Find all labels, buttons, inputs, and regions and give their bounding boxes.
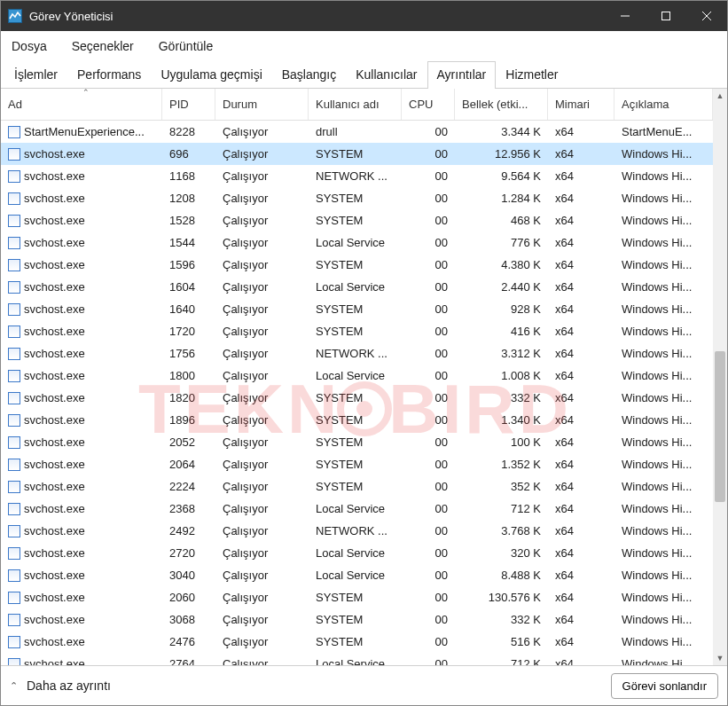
scroll-thumb[interactable]	[715, 351, 725, 502]
process-name: svchost.exe	[24, 280, 85, 294]
process-icon	[8, 658, 20, 666]
cell-arch: x64	[548, 569, 614, 582]
table-row[interactable]: svchost.exe2720ÇalışıyorLocal Service003…	[1, 542, 713, 564]
table-row[interactable]: svchost.exe1208ÇalışıyorSYSTEM001.284 Kx…	[1, 187, 713, 209]
table-row[interactable]: svchost.exe1720ÇalışıyorSYSTEM00416 Kx64…	[1, 320, 713, 342]
cell-mem: 4.380 K	[455, 258, 548, 271]
table-row[interactable]: StartMenuExperience...8228Çalışıyordrull…	[1, 121, 713, 143]
table-row[interactable]: svchost.exe2764ÇalışıyorLocal Service007…	[1, 653, 713, 665]
titlebar: Görev Yöneticisi	[1, 1, 727, 31]
cell-arch: x64	[548, 325, 614, 338]
minimize-button[interactable]	[605, 1, 646, 31]
table-row[interactable]: svchost.exe1820ÇalışıyorSYSTEM00332 Kx64…	[1, 387, 713, 409]
cell-pid: 1528	[162, 214, 215, 227]
cell-name: svchost.exe	[1, 435, 162, 449]
cell-pid: 2060	[162, 591, 215, 604]
process-icon	[8, 237, 20, 249]
tab-başlangıç[interactable]: Başlangıç	[272, 61, 346, 89]
close-button[interactable]	[686, 1, 727, 31]
cell-cpu: 00	[402, 591, 455, 604]
col-name[interactable]: Ad	[1, 89, 162, 120]
scroll-up-icon[interactable]: ▲	[713, 89, 727, 103]
column-headers: ⌃ Ad PID Durum Kullanıcı adı CPU Bellek …	[1, 89, 713, 121]
cell-pid: 2720	[162, 546, 215, 560]
table-row[interactable]: svchost.exe1800ÇalışıyorLocal Service001…	[1, 365, 713, 387]
cell-name: svchost.exe	[1, 502, 162, 515]
table-row[interactable]: svchost.exe3068ÇalışıyorSYSTEM00332 Kx64…	[1, 608, 713, 631]
table-row[interactable]: svchost.exe1640ÇalışıyorSYSTEM00928 Kx64…	[1, 298, 713, 320]
cell-user: NETWORK ...	[309, 347, 402, 360]
col-pid[interactable]: PID	[162, 89, 215, 120]
process-name: svchost.exe	[24, 258, 85, 271]
process-name: svchost.exe	[24, 524, 85, 537]
menu-item-2[interactable]: Görüntüle	[152, 36, 220, 56]
vertical-scrollbar[interactable]: ▲ ▼	[713, 89, 727, 665]
maximize-button[interactable]	[646, 1, 686, 31]
grid-body[interactable]: TEKNBIRD StartMenuExperience...8228Çalış…	[1, 121, 713, 665]
tab-kullanıcılar[interactable]: Kullanıcılar	[346, 61, 427, 89]
cell-pid: 3068	[162, 613, 215, 626]
cell-user: SYSTEM	[309, 192, 402, 205]
table-row[interactable]: svchost.exe1528ÇalışıyorSYSTEM00468 Kx64…	[1, 209, 713, 231]
cell-pid: 1820	[162, 391, 215, 404]
table-row[interactable]: svchost.exe2052ÇalışıyorSYSTEM00100 Kx64…	[1, 431, 713, 453]
col-status[interactable]: Durum	[215, 89, 309, 120]
cell-name: svchost.exe	[1, 458, 162, 471]
table-row[interactable]: svchost.exe2368ÇalışıyorLocal Service007…	[1, 498, 713, 520]
process-name: svchost.exe	[24, 147, 85, 161]
table-row[interactable]: svchost.exe1896ÇalışıyorSYSTEM001.340 Kx…	[1, 409, 713, 431]
tab-uygulama-geçmişi[interactable]: Uygulama geçmişi	[151, 61, 271, 89]
col-arch[interactable]: Mimari	[548, 89, 614, 120]
chevron-up-icon[interactable]: ⌃	[10, 680, 18, 692]
cell-pid: 8228	[162, 125, 215, 138]
col-mem[interactable]: Bellek (etki...	[455, 89, 548, 120]
cell-status: Çalışıyor	[215, 258, 309, 271]
cell-cpu: 00	[402, 192, 455, 205]
tab-hizmetler[interactable]: Hizmetler	[496, 61, 568, 89]
cell-user: SYSTEM	[309, 591, 402, 604]
cell-status: Çalışıyor	[215, 591, 309, 604]
cell-desc: Windows Hi...	[614, 391, 713, 404]
fewer-details-link[interactable]: Daha az ayrıntı	[27, 679, 602, 693]
cell-mem: 352 K	[455, 480, 548, 493]
table-row[interactable]: svchost.exe1544ÇalışıyorLocal Service007…	[1, 231, 713, 254]
table-row[interactable]: svchost.exe2492ÇalışıyorNETWORK ...003.7…	[1, 520, 713, 542]
table-row[interactable]: svchost.exe1604ÇalışıyorLocal Service002…	[1, 276, 713, 298]
cell-desc: Windows Hi...	[614, 480, 713, 493]
cell-arch: x64	[548, 369, 614, 382]
col-cpu[interactable]: CPU	[402, 89, 455, 120]
cell-status: Çalışıyor	[215, 125, 309, 138]
table-row[interactable]: svchost.exe1756ÇalışıyorNETWORK ...003.3…	[1, 342, 713, 365]
process-icon	[8, 614, 20, 626]
scroll-track[interactable]	[713, 103, 727, 651]
table-row[interactable]: svchost.exe1596ÇalışıyorSYSTEM004.380 Kx…	[1, 254, 713, 276]
cell-desc: Windows Hi...	[614, 524, 713, 537]
cell-cpu: 00	[402, 258, 455, 271]
cell-mem: 332 K	[455, 391, 548, 404]
table-row[interactable]: svchost.exe2064ÇalışıyorSYSTEM001.352 Kx…	[1, 453, 713, 475]
cell-status: Çalışıyor	[215, 458, 309, 471]
menu-item-1[interactable]: Seçenekler	[65, 36, 141, 56]
process-icon	[8, 503, 20, 515]
table-row[interactable]: svchost.exe2224ÇalışıyorSYSTEM00352 Kx64…	[1, 475, 713, 498]
cell-desc: Windows Hi...	[614, 413, 713, 427]
process-icon	[8, 525, 20, 537]
process-name: svchost.exe	[24, 325, 85, 338]
table-row[interactable]: svchost.exe2060ÇalışıyorSYSTEM00130.576 …	[1, 586, 713, 608]
cell-cpu: 00	[402, 613, 455, 626]
table-row[interactable]: svchost.exe2476ÇalışıyorSYSTEM00516 Kx64…	[1, 631, 713, 653]
process-icon	[8, 281, 20, 294]
col-desc[interactable]: Açıklama	[614, 89, 713, 120]
menu-item-0[interactable]: Dosya	[4, 36, 54, 56]
tab-performans[interactable]: Performans	[67, 61, 151, 89]
cell-desc: StartMenuE...	[614, 125, 713, 138]
table-row[interactable]: svchost.exe3040ÇalışıyorLocal Service008…	[1, 564, 713, 586]
table-row[interactable]: svchost.exe696ÇalışıyorSYSTEM0012.956 Kx…	[1, 143, 713, 165]
table-row[interactable]: svchost.exe1168ÇalışıyorNETWORK ...009.5…	[1, 165, 713, 187]
end-task-button[interactable]: Görevi sonlandır	[611, 673, 718, 699]
tab-ayrıntılar[interactable]: Ayrıntılar	[427, 61, 497, 89]
scroll-down-icon[interactable]: ▼	[713, 651, 727, 665]
col-user[interactable]: Kullanıcı adı	[309, 89, 402, 120]
tab-i̇şlemler[interactable]: İşlemler	[4, 61, 67, 89]
cell-pid: 2064	[162, 458, 215, 471]
